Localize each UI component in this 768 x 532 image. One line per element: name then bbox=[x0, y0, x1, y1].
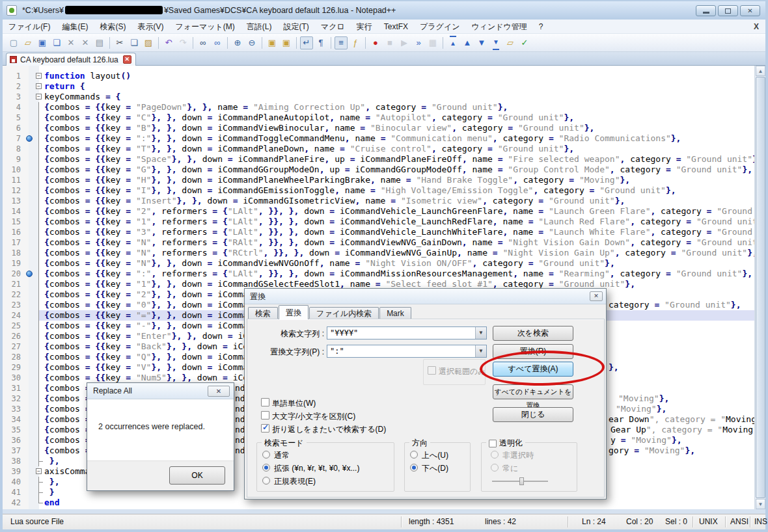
replace-all-result-dialog[interactable]: Replace All ✕ 2 occurrences were replace… bbox=[87, 382, 234, 491]
cut-icon[interactable]: ✂ bbox=[113, 36, 126, 49]
code-line-15[interactable]: 15{combos = {{key = "1", reformers = {"L… bbox=[3, 217, 754, 227]
menu-item-5[interactable]: 言語(L) bbox=[241, 20, 278, 34]
fold-margin-cell[interactable] bbox=[35, 300, 44, 310]
code-line-16[interactable]: 16{combos = {{key = "3", reformers = {"L… bbox=[3, 227, 754, 237]
code-text[interactable]: {combos = {{key = "0"}, }, down = iComma… bbox=[44, 300, 258, 310]
code-line-13[interactable]: 13{combos = {{key = "Insert"}, }, down =… bbox=[3, 196, 754, 206]
code-text[interactable]: {combos = {{key = "N", reformers = {"RCt… bbox=[44, 248, 754, 258]
menu-item-6[interactable]: 設定(T) bbox=[278, 20, 315, 34]
match-case-checkbox[interactable] bbox=[261, 411, 269, 419]
code-text[interactable]: {combos = {{key = "Insert"}, }, down = i… bbox=[44, 196, 625, 206]
document-tab[interactable]: CA keyboard default 126.lua ✕ bbox=[6, 53, 136, 66]
encoding-status[interactable]: ANSI bbox=[730, 517, 748, 526]
replace-icon[interactable]: ∞ bbox=[211, 36, 224, 49]
fold-margin-cell[interactable] bbox=[35, 237, 44, 248]
code-text[interactable]: function layout() bbox=[44, 71, 131, 81]
fold-margin-cell[interactable] bbox=[35, 175, 44, 185]
bookmark-cell[interactable] bbox=[25, 217, 35, 227]
code-line-5[interactable]: 5{combos = {{key = "C"}, }, down = iComm… bbox=[3, 113, 754, 123]
code-text[interactable]: end bbox=[44, 498, 59, 508]
sync-vertical-icon[interactable]: ▣ bbox=[266, 36, 279, 49]
nav-last-icon[interactable]: ▼ bbox=[489, 36, 502, 49]
line-number[interactable]: 28 bbox=[3, 352, 25, 362]
fold-margin-cell[interactable]: − bbox=[35, 466, 44, 477]
find-next-button[interactable]: 次を検索 bbox=[493, 326, 573, 341]
bookmark-cell[interactable] bbox=[25, 466, 35, 477]
find-dropdown-icon[interactable]: ▼ bbox=[475, 327, 486, 339]
menu-item-11[interactable]: ウィンドウ管理 bbox=[465, 20, 532, 34]
open-file-icon[interactable]: ▱ bbox=[21, 36, 34, 49]
menu-item-7[interactable]: マクロ bbox=[315, 20, 351, 34]
code-text[interactable]: keyCommands = { bbox=[44, 92, 120, 102]
bookmark-cell[interactable] bbox=[25, 477, 35, 487]
find-what-input[interactable]: "¥¥¥¥" ▼ bbox=[327, 326, 487, 339]
macro-stop-icon[interactable]: ■ bbox=[383, 36, 396, 49]
line-number[interactable]: 33 bbox=[3, 404, 25, 414]
code-line-7[interactable]: 7{combos = {{key = ":"}, }, down = iComm… bbox=[3, 133, 754, 144]
code-text[interactable]: {combos = {{key = "V"}, }, down = iComma… bbox=[44, 362, 258, 373]
fold-margin-cell[interactable] bbox=[35, 144, 44, 154]
line-number[interactable]: 13 bbox=[3, 196, 25, 206]
code-line-8[interactable]: 8{combos = {{key = "T"}, }, down = iComm… bbox=[3, 144, 754, 154]
menu-item-12[interactable]: ? bbox=[533, 20, 549, 34]
fold-margin-cell[interactable] bbox=[35, 154, 44, 165]
code-text[interactable]: {combos = {{key = "3", reformers = {"LAl… bbox=[44, 227, 754, 237]
line-number[interactable]: 7 bbox=[3, 133, 25, 144]
code-line-19[interactable]: 19{combos = {{key = "N"}, }, down = iCom… bbox=[3, 258, 754, 269]
menu-item-9[interactable]: TextFX bbox=[378, 20, 414, 34]
code-text[interactable]: {combos = {{key = ":"}, }, down = iComma… bbox=[44, 133, 681, 144]
replace-with-input[interactable]: ":" ▼ bbox=[327, 345, 487, 358]
code-line-2[interactable]: 2−return { bbox=[3, 81, 754, 92]
menu-item-10[interactable]: プラグイン bbox=[414, 20, 465, 34]
code-text[interactable]: {combos = {{key = "-"}, }, down = iComma… bbox=[44, 321, 258, 331]
code-line-6[interactable]: 6{combos = {{key = "B"}, }, down = iComm… bbox=[3, 123, 754, 133]
fold-margin-cell[interactable] bbox=[35, 102, 44, 113]
new-file-icon[interactable]: ▢ bbox=[7, 36, 20, 49]
menu-item-1[interactable]: 編集(E) bbox=[56, 20, 94, 34]
eol-format-status[interactable]: UNIX bbox=[699, 517, 718, 526]
fold-collapse-icon[interactable]: − bbox=[36, 468, 42, 474]
fold-margin-cell[interactable] bbox=[35, 258, 44, 269]
bookmark-cell[interactable] bbox=[25, 71, 35, 81]
code-line-18[interactable]: 18{combos = {{key = "N", reformers = {"R… bbox=[3, 248, 754, 258]
fold-margin-cell[interactable]: − bbox=[35, 81, 44, 92]
insert-mode-status[interactable]: INS bbox=[754, 517, 767, 526]
search-mode-extended-radio[interactable] bbox=[262, 464, 270, 472]
in-selection-checkbox[interactable] bbox=[428, 366, 436, 375]
menu-item-2[interactable]: 検索(S) bbox=[94, 20, 131, 34]
line-number[interactable]: 9 bbox=[3, 154, 25, 165]
bookmark-cell[interactable] bbox=[25, 341, 35, 352]
line-number[interactable]: 32 bbox=[3, 393, 25, 404]
code-text[interactable]: return { bbox=[44, 81, 85, 92]
line-number[interactable]: 29 bbox=[3, 362, 25, 373]
fold-margin-cell[interactable] bbox=[35, 113, 44, 123]
line-number[interactable]: 8 bbox=[3, 144, 25, 154]
fold-margin-cell[interactable] bbox=[35, 341, 44, 352]
fold-margin-cell[interactable] bbox=[35, 487, 44, 498]
fold-margin-cell[interactable] bbox=[35, 373, 44, 383]
line-number[interactable]: 19 bbox=[3, 258, 25, 269]
bookmark-cell[interactable] bbox=[25, 300, 35, 310]
bookmark-cell[interactable] bbox=[25, 279, 35, 289]
code-text[interactable]: {combos = {{key = "N"}, }, down = iComma… bbox=[44, 258, 615, 269]
bookmark-cell[interactable] bbox=[25, 456, 35, 466]
macro-record-icon[interactable]: ● bbox=[369, 36, 382, 49]
bookmark-cell[interactable] bbox=[25, 373, 35, 383]
line-number[interactable]: 17 bbox=[3, 237, 25, 248]
scroll-up-arrow[interactable]: ▲ bbox=[756, 66, 765, 76]
line-number[interactable]: 30 bbox=[3, 373, 25, 383]
line-number[interactable]: 6 bbox=[3, 123, 25, 133]
code-line-9[interactable]: 9{combos = {{key = "Space"}, }, down = i… bbox=[3, 154, 754, 165]
function-list-icon[interactable]: ƒ bbox=[349, 36, 362, 49]
code-text[interactable]: {combos = {{key = "2"}, }, down = iComma… bbox=[44, 289, 258, 300]
zoom-out-icon[interactable]: ⊖ bbox=[245, 36, 258, 49]
nav-next-icon[interactable]: ▼ bbox=[475, 36, 488, 49]
fold-margin-cell[interactable] bbox=[35, 227, 44, 237]
bookmark-cell[interactable] bbox=[25, 144, 35, 154]
transparency-always-radio[interactable] bbox=[491, 464, 499, 472]
code-text[interactable]: {combos = {{key = "Back"}, }, down = iCo… bbox=[44, 341, 258, 352]
fold-margin-cell[interactable] bbox=[35, 185, 44, 196]
bookmark-cell[interactable] bbox=[25, 258, 35, 269]
line-number[interactable]: 26 bbox=[3, 331, 25, 341]
direction-down-radio[interactable] bbox=[410, 464, 418, 472]
